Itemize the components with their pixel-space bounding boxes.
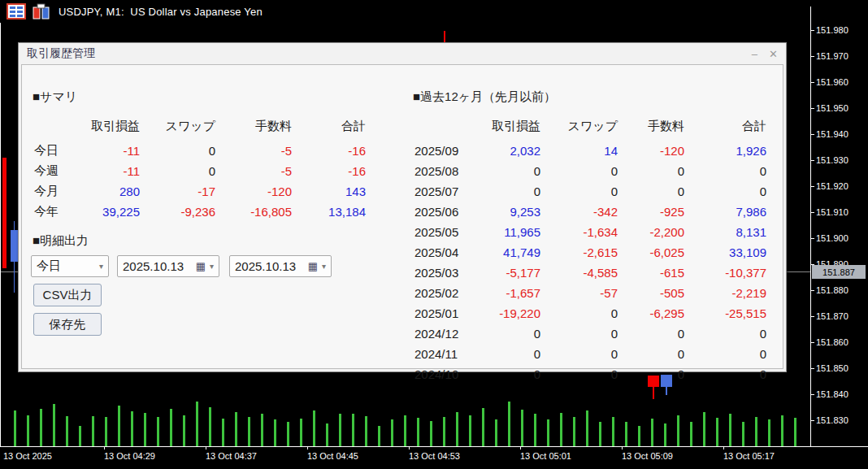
volume-bar [664,423,666,446]
volume-bar [443,417,445,446]
csv-export-button[interactable]: CSV出力 [33,284,102,306]
history-row-label: 2025/06 [414,205,465,219]
history-cell: 0 [465,164,540,178]
history-cell: -1,657 [465,286,540,300]
time-label: 13 Oct 05:17 [723,451,775,461]
history-cell: 41,749 [465,245,540,259]
chart-left-border [0,23,1,446]
price-label: 151.920 [810,180,848,192]
price-label: 151.950 [810,102,848,114]
history-cell: 0 [684,367,766,381]
date-from-value: 2025.10.13 [123,259,191,273]
price-label-text: 151.840 [816,389,848,399]
volume-bar [14,410,16,446]
volume-bar [781,415,783,446]
volume-bar [391,419,393,446]
volume-bar [53,404,55,446]
price-tick [810,82,814,83]
volume-bar [573,417,575,446]
history-cell: -2,219 [684,286,766,300]
history-cell: 11,965 [465,225,540,239]
price-label: 151.860 [810,337,848,348]
quotes-icon[interactable] [7,3,26,20]
chevron-down-icon: ▾ [322,262,326,271]
export-heading: ■明細出力 [33,233,89,249]
volume-bar [508,402,510,446]
history-row-label: 2025/08 [414,164,465,178]
price-label-text: 151.850 [816,363,848,373]
date-from-picker[interactable]: 2025.10.13 ▦ ▾ [117,255,219,277]
period-select-value: 今日 [37,258,95,274]
volume-bar [677,415,679,446]
time-axis[interactable]: 13 Oct 202513 Oct 04:2913 Oct 04:3713 Oc… [0,446,868,469]
price-label-text: 151.970 [816,51,848,61]
trade-history-dialog: 取引履歴管理 – ✕ ■サマリ 取引損益スワップ手数料合計今日-110-5-16… [18,42,787,372]
chart-title-bar: USDJPY, M1: US Dollar vs Japanese Yen [0,0,868,23]
history-cell: -120 [618,144,684,158]
summary-row-label: 今年 [34,204,85,219]
summary-col-header: 手数料 [215,119,292,134]
volume-bar [183,415,185,446]
history-cell: -2,615 [540,245,618,259]
close-icon[interactable]: ✕ [769,48,778,60]
time-label: 13 Oct 04:53 [409,451,460,461]
history-heading: ■過去12ヶ月（先月以前） [413,89,556,105]
history-cell: 0 [540,164,618,178]
volume-bar [365,416,367,446]
price-axis[interactable]: 151.980151.970151.960151.950151.940151.9… [810,0,868,446]
date-to-value: 2025.10.13 [235,259,303,273]
save-destination-button[interactable]: 保存先 [33,313,102,336]
volume-bar [287,422,289,446]
history-row-label: 2024/12 [414,327,465,341]
time-label: 13 Oct 04:45 [307,451,358,461]
charts-icon[interactable] [33,3,52,20]
price-label-text: 151.980 [816,25,848,35]
volume-bar [144,413,146,446]
price-label: 151.930 [810,154,848,166]
history-row-label: 2025/03 [414,266,465,280]
price-label: 151.870 [810,310,848,322]
price-label-text: 151.830 [816,415,848,425]
history-cell: 0 [684,327,766,341]
date-to-picker[interactable]: 2025.10.13 ▦ ▾ [229,255,332,277]
summary-row: 今年39,225-9,236-16,80513,184 [34,202,366,222]
price-label: 151.830 [810,415,848,426]
price-label: 151.880 [810,284,848,296]
price-tick [810,160,814,161]
history-cell: -6,295 [618,306,684,320]
volume-bar [482,408,484,446]
history-row: 2025/01-19,2200-6,295-25,515 [414,303,766,324]
summary-cell: -11 [85,164,140,178]
volume-bar [40,409,42,446]
volume-bar [625,422,627,446]
minimize-icon[interactable]: – [752,48,757,60]
summary-cell: 143 [292,185,366,198]
history-col-header: スワップ [540,119,618,134]
volume-bar [378,426,380,446]
history-cell: 0 [540,306,618,320]
summary-cell: -120 [215,185,292,198]
time-tick [104,446,105,449]
time-label: 13 Oct 04:37 [206,451,257,461]
history-cell: -342 [540,205,618,219]
volume-bar [651,419,653,446]
history-row-label: 2024/11 [414,347,465,361]
chevron-down-icon: ▾ [210,262,214,271]
period-select[interactable]: 今日 ▾ [31,255,109,277]
volume-bar [456,412,458,446]
chart-title: USDJPY, M1: US Dollar vs Japanese Yen [59,6,263,18]
history-cell: -10,377 [684,266,766,280]
price-label: 151.900 [810,232,848,244]
history-row-label: 2024/10 [414,367,465,381]
history-col-header: 手数料 [618,119,684,134]
history-cell: 0 [684,347,766,361]
price-tick [810,290,814,291]
history-cell: 14 [540,144,618,158]
dialog-title-bar[interactable]: 取引履歴管理 – ✕ [19,43,786,64]
history-row: 2025/070000 [414,181,766,202]
summary-cell: -9,236 [140,205,215,219]
price-label: 151.910 [810,206,848,218]
price-label-text: 151.930 [816,155,848,165]
volume-bar [157,417,159,446]
volume-bar [794,418,796,446]
